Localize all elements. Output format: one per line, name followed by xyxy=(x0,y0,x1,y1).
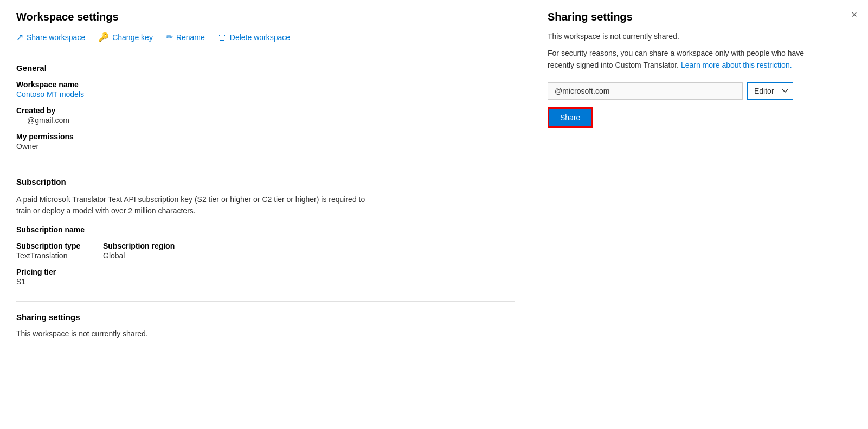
pricing-tier-value: S1 xyxy=(16,277,515,286)
subscription-section-title: Subscription xyxy=(16,177,515,186)
workspace-name-label: Workspace name xyxy=(16,80,515,89)
toolbar: ↗ Share workspace 🔑 Change key ✏ Rename … xyxy=(16,32,515,50)
left-panel: Workspace settings ↗ Share workspace 🔑 C… xyxy=(0,0,531,429)
share-workspace-button[interactable]: ↗ Share workspace xyxy=(16,32,85,42)
pricing-tier-label: Pricing tier xyxy=(16,268,515,276)
created-by-value: @gmail.com xyxy=(16,116,515,125)
right-panel: Sharing settings × This workspace is not… xyxy=(531,0,868,429)
subscription-description: A paid Microsoft Translator Text API sub… xyxy=(16,194,374,217)
rename-icon: ✏ xyxy=(166,32,173,42)
subscription-section: Subscription A paid Microsoft Translator… xyxy=(16,177,515,286)
created-by-label: Created by xyxy=(16,106,515,115)
sharing-not-shared-text: This workspace is not currently shared. xyxy=(16,329,515,338)
share-row: Editor Viewer Owner xyxy=(548,82,852,100)
sub-region-label: Subscription region xyxy=(103,242,211,250)
close-button[interactable]: × xyxy=(851,10,857,20)
general-section: General Workspace name Contoso MT models… xyxy=(16,63,515,151)
page-title: Workspace settings xyxy=(16,11,515,23)
divider-1 xyxy=(16,166,515,166)
workspace-name-value: Contoso MT models xyxy=(16,90,515,99)
right-not-shared-text: This workspace is not currently shared. xyxy=(548,32,852,41)
sub-type-label: Subscription type xyxy=(16,242,103,250)
right-panel-title: Sharing settings xyxy=(548,11,852,23)
general-section-title: General xyxy=(16,63,515,73)
email-input[interactable] xyxy=(548,82,743,100)
sub-name-label: Subscription name xyxy=(16,225,515,234)
share-button[interactable]: Share xyxy=(548,107,593,128)
change-key-button[interactable]: 🔑 Change key xyxy=(98,32,153,42)
sub-type-value: TextTranslation xyxy=(16,251,103,260)
divider-2 xyxy=(16,301,515,302)
sharing-section: Sharing settings This workspace is not c… xyxy=(16,313,515,338)
security-note: For security reasons, you can share a wo… xyxy=(548,47,819,72)
sub-region-value: Global xyxy=(103,251,211,260)
learn-more-link[interactable]: Learn more about this restriction. xyxy=(681,61,792,69)
rename-button[interactable]: ✏ Rename xyxy=(166,32,205,42)
role-select[interactable]: Editor Viewer Owner xyxy=(747,82,793,100)
permissions-label: My permissions xyxy=(16,132,515,141)
trash-icon: 🗑 xyxy=(218,32,227,42)
key-icon: 🔑 xyxy=(98,32,109,42)
permissions-value: Owner xyxy=(16,142,515,151)
sub-grid: Subscription type TextTranslation Subscr… xyxy=(16,242,515,268)
delete-workspace-button[interactable]: 🗑 Delete workspace xyxy=(218,32,290,42)
share-icon: ↗ xyxy=(16,32,23,42)
sharing-section-title: Sharing settings xyxy=(16,313,515,322)
